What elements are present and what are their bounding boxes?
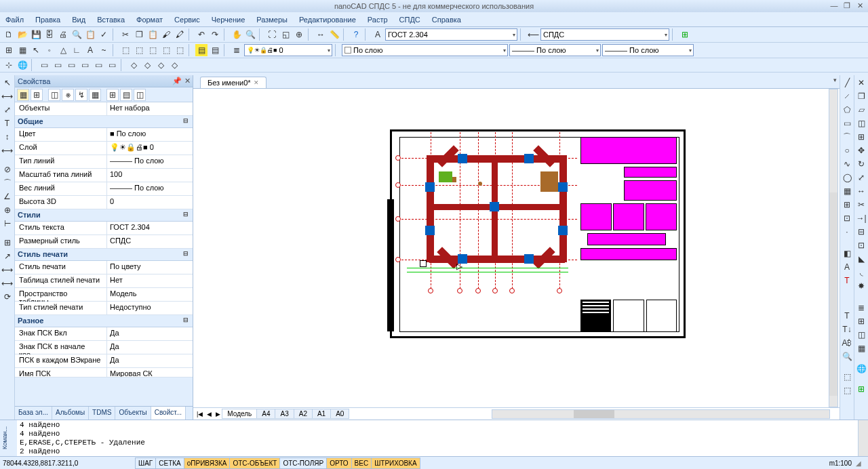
r1-t2-icon[interactable]: T↓ <box>841 323 853 335</box>
dim-base-icon[interactable]: ⟷ <box>1 144 14 157</box>
prop-ps-val[interactable]: По цвету <box>106 261 193 274</box>
command-scrollbar[interactable] <box>858 420 868 456</box>
zoom-real-icon[interactable]: ⊕ <box>293 28 305 41</box>
menu-service[interactable]: Сервис <box>173 14 201 25</box>
layer3-icon[interactable]: ⬚ <box>146 44 159 56</box>
r1-insert-icon[interactable]: ⊡ <box>841 212 853 224</box>
table-style-icon[interactable]: ⊞ <box>679 28 691 41</box>
snap-grid2-icon[interactable]: ▦ <box>16 44 28 56</box>
r2-layer-icon[interactable]: ≣ <box>855 302 867 314</box>
view-right-icon[interactable]: ▭ <box>79 59 91 71</box>
snap-end-icon[interactable]: ◦ <box>43 44 56 56</box>
r2-chamfer-icon[interactable]: ◣ <box>855 253 867 265</box>
dim-center-icon[interactable]: ⊕ <box>1 204 14 216</box>
lineweight-combo[interactable]: ——— По слою <box>602 44 694 56</box>
canvas-v-scrollbar[interactable] <box>829 89 838 407</box>
view-iso4-icon[interactable]: ◇ <box>168 59 180 71</box>
dist-icon[interactable]: ↔ <box>315 28 327 41</box>
panel-close-icon[interactable]: ✕ <box>184 77 191 85</box>
snap-curve-icon[interactable]: ~ <box>98 44 110 56</box>
r1-ellipse-icon[interactable]: ◯ <box>841 171 853 184</box>
r2-app-icon[interactable]: ⊞ <box>855 383 867 395</box>
layout-nav-prev[interactable]: ◀ <box>205 411 214 417</box>
r1-t1-icon[interactable]: T <box>841 310 853 322</box>
preview-icon[interactable]: 🔍 <box>71 28 83 41</box>
layer4-icon[interactable]: ⬚ <box>160 44 172 56</box>
dim-vert-icon[interactable]: ↕ <box>1 131 14 143</box>
document-tab[interactable]: Без имени0* ✕ <box>200 77 267 88</box>
r1-spline-icon[interactable]: ∿ <box>841 158 853 170</box>
pan-icon[interactable]: ✋ <box>231 28 243 41</box>
dim-text-icon[interactable]: T <box>1 117 14 129</box>
cut-icon[interactable]: ✂ <box>119 28 132 41</box>
linetype-combo[interactable]: ——— По слою <box>509 44 601 56</box>
menu-view[interactable]: Вид <box>71 14 87 25</box>
prop-ucson-val[interactable]: Да <box>106 327 193 340</box>
ptool-b-icon[interactable]: ⎈ <box>62 89 74 101</box>
layers-icon[interactable]: ≣ <box>231 44 243 56</box>
menu-modify[interactable]: Редактирование <box>298 14 357 25</box>
r1-mtext-icon[interactable]: T <box>841 274 853 287</box>
layout-a3[interactable]: A3 <box>275 409 294 419</box>
view-front-icon[interactable]: ▭ <box>92 59 104 71</box>
tabs-dropdown-icon[interactable]: ▾ <box>833 77 837 83</box>
dim-linear-icon[interactable]: ⟷ <box>1 90 14 102</box>
layout-a4[interactable]: A4 <box>256 409 275 419</box>
menu-format[interactable]: Формат <box>135 14 164 25</box>
view-world-icon[interactable]: 🌐 <box>16 59 28 71</box>
r1-poly-icon[interactable]: ⬠ <box>841 104 853 116</box>
tol-icon[interactable]: ⊞ <box>1 237 14 249</box>
layer1-icon[interactable]: ⬚ <box>119 44 132 56</box>
menu-dimensions[interactable]: Размеры <box>255 14 289 25</box>
r1-e2-icon[interactable]: ⬚ <box>841 384 853 396</box>
ucs-icon[interactable]: ⊹ <box>3 59 15 71</box>
view-iso1-icon[interactable]: ◇ <box>127 59 140 71</box>
minimize-button[interactable]: — <box>829 1 840 10</box>
canvas-h-scrollbar[interactable] <box>492 409 830 419</box>
r2-rotate-icon[interactable]: ↻ <box>855 158 867 170</box>
snap-grid-icon[interactable]: ⊞ <box>3 44 15 56</box>
r1-f1-icon[interactable]: A₿ <box>841 337 853 349</box>
measure-icon[interactable]: 📏 <box>328 28 340 41</box>
text-style-combo[interactable]: ГОСТ 2.304 <box>385 28 517 41</box>
prop-h3d-val[interactable]: 0 <box>106 196 193 209</box>
r1-text-icon[interactable]: A <box>841 261 853 273</box>
prop-pty-val[interactable]: Недоступно <box>106 302 193 314</box>
r2-break-icon[interactable]: ⊟ <box>855 226 867 238</box>
view-top-icon[interactable]: ▭ <box>38 59 50 71</box>
panel-pin-icon[interactable]: 📌 <box>172 77 182 85</box>
status-btn-шаг[interactable]: ШАГ <box>135 457 156 469</box>
matchprop-icon[interactable]: 🖌 <box>160 28 172 41</box>
color-combo[interactable]: По слою <box>342 44 508 56</box>
r2-copy-icon[interactable]: ❐ <box>855 90 867 102</box>
r2-block-icon[interactable]: ◫ <box>855 329 867 341</box>
layout-a2[interactable]: A2 <box>294 409 313 419</box>
view-left-icon[interactable]: ▭ <box>65 59 77 71</box>
prop-ucsv-val[interactable]: Да <box>106 354 193 367</box>
status-btn-штриховка[interactable]: ШТРИХОВКА <box>371 457 420 469</box>
tab-objects[interactable]: Объекты <box>115 407 151 420</box>
r2-move-icon[interactable]: ✥ <box>855 144 867 157</box>
status-scale[interactable]: m1:100 <box>825 458 856 468</box>
layer2-icon[interactable]: ⬚ <box>133 44 145 56</box>
r1-arc-icon[interactable]: ⌒ <box>841 131 853 143</box>
r1-bhatch-icon[interactable]: ▦ <box>841 185 853 197</box>
layer-combo[interactable]: 💡☀🔒🖨■ 0 <box>244 44 332 56</box>
text-style-icon[interactable]: A <box>372 28 384 41</box>
zoom-icon[interactable]: 🔍 <box>244 28 256 41</box>
menu-file[interactable]: Файл <box>4 14 25 25</box>
tab-close-icon[interactable]: ✕ <box>254 79 259 86</box>
r1-pline-icon[interactable]: ⟋ <box>841 90 853 102</box>
prop-lweight-val[interactable]: ——— По слою <box>106 182 193 195</box>
r1-line-icon[interactable]: ╱ <box>841 77 853 89</box>
snap-ortho-icon[interactable]: ∟ <box>71 44 83 56</box>
menu-draw[interactable]: Черчение <box>210 14 247 25</box>
r2-prop-icon[interactable]: ⊞ <box>855 315 867 327</box>
dim-align-icon[interactable]: ⤢ <box>1 104 14 116</box>
r2-globe-icon[interactable]: 🌐 <box>855 363 867 375</box>
open-icon[interactable]: 📂 <box>16 28 28 41</box>
zoom-win-icon[interactable]: ◱ <box>279 28 292 41</box>
layer-off-icon[interactable]: ▤ <box>209 44 221 56</box>
help-icon[interactable]: ? <box>350 28 362 41</box>
prop-color-val[interactable]: ■ По слою <box>106 128 193 141</box>
